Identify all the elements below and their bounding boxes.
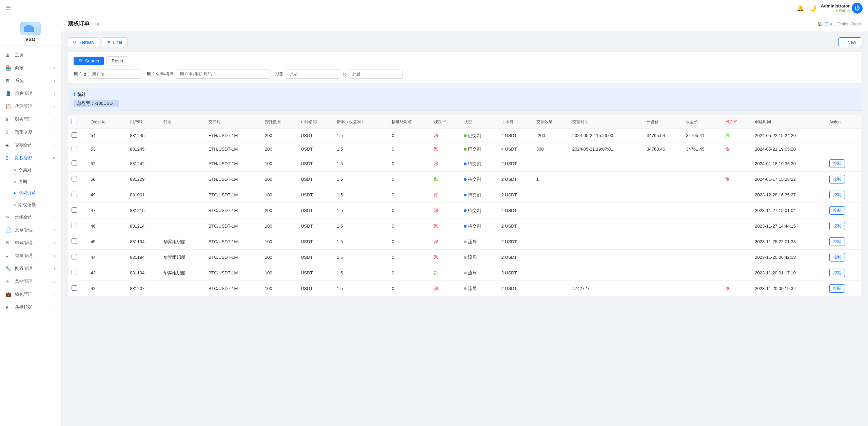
sidebar-item-label: 商家: [15, 65, 24, 71]
new-button[interactable]: + New: [839, 37, 861, 47]
chevron-right-icon: ›: [54, 215, 55, 219]
submenu-item-label: 期权场景: [18, 202, 36, 208]
sidebar-item-sub-mgmt[interactable]: ✉ 申购管理 ›: [0, 236, 61, 249]
td-range: 0: [388, 172, 431, 187]
submenu-item-option-scene[interactable]: 期权场景: [0, 199, 61, 211]
search-bar: 🔍 Search Reset 用户Id 用户名/手机号: [68, 51, 861, 84]
row-checkbox[interactable]: [72, 146, 77, 151]
td-trade-amount: [533, 234, 569, 250]
chevron-right-icon: ›: [54, 66, 55, 70]
sidebar: VSO ⊞ 主页 🏪 商家 › ⚙ 系统 › 👤 用户管理 ›: [0, 16, 61, 426]
td-rate: 1.5: [333, 156, 388, 172]
row-checkbox[interactable]: [72, 285, 77, 291]
submenu-item-period[interactable]: 周期: [0, 176, 61, 188]
td-trend: 跌: [431, 265, 460, 281]
sidebar-item-finance-mgmt[interactable]: $ 财务管理 ›: [0, 113, 61, 126]
td-close-price: [683, 203, 722, 218]
userid-input[interactable]: [88, 70, 142, 79]
td-user-id: 881207: [126, 281, 160, 296]
notification-icon[interactable]: 🔔: [796, 4, 804, 12]
sidebar-item-label: 质押挖矿: [15, 304, 33, 310]
search-button[interactable]: 🔍 Search: [74, 57, 104, 65]
td-range: 0: [388, 265, 431, 281]
time-to-input[interactable]: [349, 70, 403, 79]
td-checkbox: [68, 142, 87, 156]
row-checkbox[interactable]: [72, 223, 77, 228]
th-order-id[interactable]: Order Id ↑: [87, 115, 126, 129]
main-content: 期权订单 List 🏠 主页 / Option-Order ↺ Refresh: [61, 16, 868, 426]
submenu-item-option-order[interactable]: 期权订单: [0, 188, 61, 199]
row-checkbox[interactable]: [72, 238, 77, 244]
row-checkbox[interactable]: [72, 270, 77, 275]
td-fee: 2 USDT: [498, 218, 533, 234]
row-checkbox[interactable]: [72, 176, 77, 181]
row-checkbox[interactable]: [72, 192, 77, 197]
hamburger-icon[interactable]: ☰: [5, 4, 11, 12]
control-button[interactable]: 控制: [829, 191, 845, 199]
filter-button[interactable]: ▼ Filter: [102, 37, 128, 47]
sidebar-item-futures[interactable]: ◈ 交割合约 ›: [0, 139, 61, 152]
td-pair: ETH/USDT-1M: [205, 142, 261, 156]
refresh-button[interactable]: ↺ Refresh: [68, 37, 99, 47]
sidebar-item-config-mgmt[interactable]: 🔧 配置管理 ›: [0, 262, 61, 275]
control-button[interactable]: 控制: [829, 269, 845, 277]
td-created-at: 2023-11-20 00:19:32: [751, 281, 826, 296]
sidebar-item-perpetual[interactable]: ∞ 永续合约 ›: [0, 211, 61, 224]
user-avatar[interactable]: ⏻: [852, 3, 863, 14]
moon-icon[interactable]: 🌙: [809, 4, 816, 12]
sidebar-item-mining[interactable]: ¥ 质押挖矿 ›: [0, 301, 61, 314]
row-checkbox[interactable]: [72, 207, 77, 213]
breadcrumb-home-link[interactable]: 主页: [824, 21, 832, 27]
sidebar-item-agent-mgmt[interactable]: 📋 代理管理 ›: [0, 100, 61, 113]
control-button[interactable]: 控制: [829, 175, 845, 183]
username-input[interactable]: [176, 70, 271, 79]
sidebar-item-homepage-mgmt[interactable]: ≡ 首页管理 ›: [0, 249, 61, 262]
page-subtitle: List: [92, 21, 99, 26]
stats-total: 总盈亏：-100USDT: [74, 100, 119, 107]
row-checkbox[interactable]: [72, 132, 77, 138]
sidebar-item-home[interactable]: ⊞ 主页: [0, 49, 61, 61]
td-order-id: 50: [87, 172, 126, 187]
submenu-item-label: 期权订单: [18, 190, 36, 196]
control-button[interactable]: 控制: [829, 253, 845, 262]
table-row: 42 881207 BTC/USDT-1M 100 USDT 1.5 0 涨 流…: [68, 281, 861, 296]
sidebar-item-article-mgmt[interactable]: 📄 文章管理 ›: [0, 224, 61, 236]
sidebar-item-risk-mgmt[interactable]: ⚠ 风控管理 ›: [0, 275, 61, 288]
td-agent: 华昇组织船: [160, 250, 205, 265]
row-checkbox[interactable]: [72, 254, 77, 259]
sidebar-item-coin-trade[interactable]: B 币币交易 ›: [0, 126, 61, 139]
control-button[interactable]: 控制: [829, 237, 845, 246]
submenu-item-trading-pair[interactable]: 交易对: [0, 164, 61, 176]
th-result: 涨跌平: [722, 115, 751, 129]
td-rate: 1.5: [333, 172, 388, 187]
sidebar-item-wallet-mgmt[interactable]: 💼 钱包管理 ›: [0, 288, 61, 301]
control-button[interactable]: 控制: [829, 284, 845, 293]
td-result: 涨: [722, 142, 751, 156]
finance-icon: $: [5, 117, 12, 122]
td-coin: USDT: [297, 250, 333, 265]
td-trend: 涨: [431, 218, 460, 234]
status-label: 待交割: [464, 192, 481, 198]
sidebar-item-options[interactable]: B 期权交易 ∨: [0, 152, 61, 164]
reset-button[interactable]: Reset: [106, 56, 128, 65]
control-button[interactable]: 控制: [829, 159, 845, 168]
trend-value: 涨: [434, 208, 438, 213]
td-agent: [160, 156, 205, 172]
sidebar-item-merchant[interactable]: 🏪 商家 ›: [0, 61, 61, 74]
td-trade-period: [569, 250, 644, 265]
control-button[interactable]: 控制: [829, 206, 845, 215]
select-all-checkbox[interactable]: [72, 119, 77, 124]
th-created-at[interactable]: 创建时间 ↑: [751, 115, 826, 129]
td-result: 涨: [722, 281, 751, 296]
control-button[interactable]: 控制: [829, 222, 845, 230]
sidebar-item-user-mgmt[interactable]: 👤 用户管理 ›: [0, 87, 61, 100]
row-checkbox[interactable]: [72, 160, 77, 166]
time-from-input[interactable]: [286, 70, 340, 79]
status-label: 流局: [464, 239, 477, 245]
td-trade-period: [569, 218, 644, 234]
td-trend: 涨: [431, 187, 460, 203]
td-coin: USDT: [297, 218, 333, 234]
td-trade-amount: 300: [533, 142, 569, 156]
td-trade-period: 2024-05-22 15:26:00: [569, 129, 644, 142]
sidebar-item-system[interactable]: ⚙ 系统 ›: [0, 74, 61, 87]
